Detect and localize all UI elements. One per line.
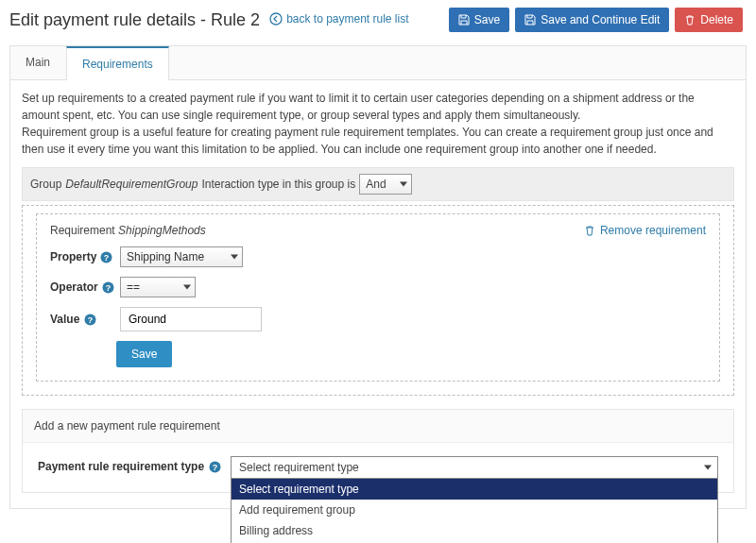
operator-label: Operator ? [50,280,112,294]
page-title: Edit payment rule details - Rule 2 [9,10,260,30]
delete-button-label: Delete [700,13,733,26]
property-row: Property ? Shipping Name [50,246,706,267]
save-icon [524,14,536,25]
requirement-name: ShippingMethods [118,224,206,237]
save-continue-button[interactable]: Save and Continue Edit [515,8,669,32]
add-requirement-section: Add a new payment rule requirement Payme… [22,409,734,493]
group-prefix: Group [30,178,61,191]
requirement-group-box: Requirement ShippingMethods Remove requi… [22,205,734,396]
tab-requirements[interactable]: Requirements [66,46,169,80]
svg-point-0 [270,13,282,25]
intro-p2: Requirement group is a useful feature fo… [22,124,734,158]
group-mid: Interaction type in this group is [201,178,355,191]
arrow-left-circle-icon [269,12,283,25]
requirement-type-dropdown[interactable]: Select requirement type Select requireme… [231,456,718,479]
requirement-type-selected[interactable]: Select requirement type [231,456,718,479]
delete-button[interactable]: Delete [675,8,743,32]
requirement-type-selected-text: Select requirement type [239,461,359,474]
requirement-type-label-text: Payment rule requirement type [38,460,204,473]
requirement-save-button[interactable]: Save [116,341,172,367]
intro-p1: Set up requirements to a created payment… [22,90,734,124]
remove-requirement-link[interactable]: Remove requirement [584,224,706,237]
header-buttons: Save Save and Continue Edit Delete [449,8,743,32]
remove-requirement-label: Remove requirement [600,224,706,237]
property-select-value: Shipping Name [127,250,204,263]
value-label: Value ? [50,313,112,326]
property-select[interactable]: Shipping Name [120,246,243,267]
value-row: Value ? [50,307,706,331]
svg-text:?: ? [88,314,94,324]
operator-select-value: == [127,280,140,294]
operator-row: Operator ? == [50,277,706,297]
save-button-label: Save [474,13,500,26]
value-label-text: Value [50,313,79,326]
requirement-type-option[interactable]: Add requirement group [232,500,717,520]
value-input[interactable] [120,307,262,331]
help-icon[interactable]: ? [83,313,96,326]
requirement-type-label: Payment rule requirement type ? [38,456,221,473]
group-bar: Group DefaultRequirementGroup Interactio… [22,167,734,201]
group-name: DefaultRequirementGroup [65,178,198,191]
interaction-type-value: And [366,178,386,191]
svg-text:?: ? [105,282,111,292]
requirement-box: Requirement ShippingMethods Remove requi… [36,213,720,382]
requirement-prefix: Requirement [50,224,115,237]
operator-select[interactable]: == [120,277,196,297]
add-requirement-heading: Add a new payment rule requirement [23,410,733,443]
tab-body: Set up requirements to a created payment… [10,80,746,508]
property-label: Property ? [50,250,112,263]
help-icon[interactable]: ? [102,280,114,294]
svg-text:?: ? [212,462,217,471]
intro-text: Set up requirements to a created payment… [22,90,734,158]
main-panel: Main Requirements Set up requirements to… [9,45,747,509]
tab-main[interactable]: Main [10,46,66,79]
save-button[interactable]: Save [449,8,509,32]
save-icon [458,14,470,25]
property-label-text: Property [50,250,96,263]
trash-icon [684,14,696,25]
interaction-type-select[interactable]: And [359,174,412,195]
add-requirement-body: Payment rule requirement type ? Select r… [23,443,733,492]
save-continue-button-label: Save and Continue Edit [541,13,660,26]
requirement-type-options: Select requirement typeAdd requirement g… [231,479,718,543]
page-header: Edit payment rule details - Rule 2 back … [0,0,756,40]
svg-text:?: ? [104,252,110,262]
requirement-type-option[interactable]: Select requirement type [232,479,717,500]
back-link-label: back to payment rule list [286,12,408,25]
trash-icon [584,225,595,236]
help-icon[interactable]: ? [208,460,221,473]
operator-label-text: Operator [50,280,98,294]
requirement-header: Requirement ShippingMethods Remove requi… [50,224,706,237]
title-wrap: Edit payment rule details - Rule 2 back … [9,10,409,30]
requirement-type-option[interactable]: Billing address [232,520,717,541]
requirement-title: Requirement ShippingMethods [50,224,206,237]
help-icon[interactable]: ? [100,250,112,263]
tabs: Main Requirements [10,46,746,80]
back-link[interactable]: back to payment rule list [269,12,408,25]
